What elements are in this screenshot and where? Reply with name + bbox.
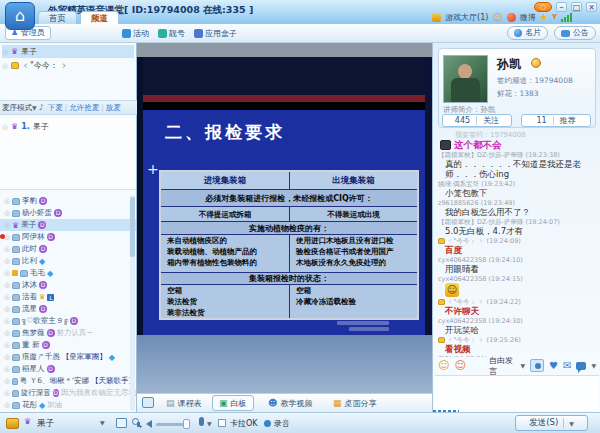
user-row[interactable]: ◎沐沐D — [0, 279, 136, 291]
tab-课程表[interactable]: ▤课程表 — [160, 395, 208, 411]
user-row[interactable]: ◎粤 Ｙ6、缃楸＊'安娜【天籁歌手】 — [0, 375, 136, 387]
chat-message: cyx406422358 (19:24:15)☺ — [438, 275, 598, 297]
crown-icon: ♛ — [11, 122, 18, 131]
record-icon[interactable] — [264, 420, 271, 427]
user-name: 果子 — [21, 220, 36, 230]
tab-教学视频[interactable]: ☻教学视频 — [262, 395, 318, 411]
chat-input-area[interactable] — [435, 375, 599, 411]
toolbar-center-items: 活动靓号应用盒子 — [122, 26, 237, 40]
d-badge-icon: D — [47, 233, 55, 241]
chat-message: 这个都不会 — [438, 140, 598, 150]
user-row[interactable]: ◎阿伊林D — [0, 231, 136, 243]
mic-link-1[interactable]: 允许抢麦 — [69, 103, 99, 113]
toolbar-item-应用盒子[interactable]: 应用盒子 — [194, 28, 237, 39]
popout-icon[interactable] — [116, 418, 127, 428]
user-row[interactable]: ◎焦梦薇D努力认真~ — [0, 327, 136, 339]
table-pair-row: 空箱装法检货装非法检货空箱冷藏冷冻适载检验 — [161, 284, 417, 318]
tab-首页[interactable]: 首页 — [38, 11, 77, 24]
user-row[interactable]: ◎╗♡歌室主９╔D — [0, 315, 136, 327]
mic-icon: ♪ — [39, 103, 44, 112]
karaoke-checkbox[interactable] — [218, 419, 226, 427]
user-row[interactable]: ◎重 新D — [0, 339, 136, 351]
mic-link-2[interactable]: 放麦 — [106, 103, 121, 113]
mic-mode-label[interactable]: 麦序模式 — [2, 103, 32, 113]
heart-icon[interactable]: ♥ — [549, 360, 558, 371]
chat-message-text: 用眼睛看 — [438, 264, 598, 274]
user-row[interactable]: ◎痕嫙ㄕ千愚【皇家軍團】◆ — [0, 351, 136, 363]
chevron-down-icon[interactable]: ▼ — [207, 420, 212, 427]
queue-row[interactable]: ◎♛1.果子 — [2, 120, 134, 133]
user-row[interactable]: ◎李豹D — [0, 195, 136, 207]
weibo-icon[interactable] — [507, 13, 516, 22]
mail-icon[interactable]: ✉ — [563, 360, 571, 371]
user-row[interactable]: ◎旋行深音D因为我喜欢确定无尽我 — [0, 387, 136, 399]
table-cell: 空箱冷藏冷冻适载检验 — [289, 285, 417, 318]
toolbar-item-靓号[interactable]: 靓号 — [158, 28, 185, 39]
user-row[interactable]: ◎比利◆ — [0, 255, 136, 267]
star-icon[interactable]: ★ — [540, 12, 548, 22]
minimize-button[interactable]: – — [556, 2, 567, 12]
chat-message: 【霜狼軍校】DZ-扶苏-萨華隆 (19:24:07)5.0无白板，4.7才有 — [438, 218, 598, 236]
send-button[interactable]: 发送(S) ▼ — [515, 415, 588, 431]
notice-button[interactable]: 公告 — [554, 26, 596, 40]
user-row[interactable]: ◎活着♛L — [0, 291, 136, 303]
microphone-icon[interactable] — [199, 417, 204, 426]
close-button[interactable]: × — [586, 2, 597, 12]
flowers-count: 鲜花：1383 — [497, 89, 539, 99]
toolbar-item-活动[interactable]: 活动 — [122, 28, 149, 39]
gift-box-icon[interactable] — [6, 418, 19, 429]
power-button[interactable]: ○ — [534, 2, 552, 12]
chevron-down-icon[interactable]: ▼ — [32, 104, 37, 111]
volume-slider-knob[interactable] — [183, 419, 190, 429]
medal-icon — [531, 58, 541, 68]
chevron-down-icon[interactable]: ▼ — [520, 362, 525, 369]
tab-白板[interactable]: ▣白板 — [212, 395, 254, 411]
follow-button[interactable]: 445 关注 — [442, 114, 512, 127]
user-name: 阿伊林 — [22, 232, 45, 242]
game-hall-link[interactable]: 游戏大厅(1) — [445, 12, 488, 23]
smiley-icon[interactable]: ☺ — [492, 12, 502, 23]
card-button[interactable]: 名片 — [507, 26, 548, 40]
chat-text: 真的．．．．．．不知道是我还是老师．．．伤心ing — [445, 159, 581, 179]
user-name: ╗♡歌室主９╔ — [22, 316, 68, 326]
card-label: 名片 — [525, 27, 541, 39]
slide-right-edge — [425, 57, 432, 335]
mic-user-row[interactable]: ◎♛果子 — [2, 45, 134, 58]
emoticon-icon[interactable]: ☺ — [438, 360, 449, 371]
user-row[interactable]: ◎此时D — [0, 243, 136, 255]
chevron-down-icon[interactable]: ▼ — [100, 419, 105, 426]
recommend-button[interactable]: 11 推荐 — [521, 114, 591, 127]
user-row[interactable]: ◎流星D — [0, 303, 136, 315]
d-badge-icon: D — [39, 197, 47, 205]
user-row[interactable]: ◎毛毛◆ — [0, 267, 136, 279]
tab-频道[interactable]: 频道 — [80, 11, 119, 24]
board-toggle-icon[interactable] — [142, 397, 154, 408]
chat-image-icon — [440, 140, 451, 150]
tab-桌面分享[interactable]: ▦桌面分享 — [327, 395, 383, 411]
chevron-down-icon[interactable]: ▼ — [591, 362, 596, 369]
notice-label: 公告 — [573, 27, 589, 39]
camera-icon[interactable] — [530, 359, 544, 372]
toolbar-item-label: 靓号 — [169, 28, 185, 39]
user-row[interactable]: ◎花彤◆加油 — [0, 399, 136, 411]
speak-mode-select[interactable]: 自由发言 — [489, 355, 515, 377]
user-row[interactable]: ◎稻星人D — [0, 363, 136, 375]
user-list: ◎李豹D◎杨小虾蛋D◎♛果子D◎阿伊林D◎此时D◎比利◆◎毛毛◆◎沐沐D◎活着♛… — [0, 195, 136, 412]
mic-user-row[interactable]: ◎﹤"今今： ﹥ — [2, 59, 134, 72]
emoticon2-icon[interactable]: ☺ — [454, 360, 465, 371]
signal-letter: Y — [552, 13, 557, 21]
table-cell-line: 不得提运或拆箱 — [199, 210, 252, 220]
speaker-icon[interactable] — [146, 420, 152, 428]
chat-bubble-icon[interactable] — [576, 362, 586, 370]
mic-link-0[interactable]: 下麦 — [48, 103, 63, 113]
weibo-link[interactable]: 微博 — [520, 12, 536, 23]
tab-label: 桌面分享 — [345, 398, 377, 409]
queue-number: 1. — [21, 122, 30, 131]
user-list-scrollbar[interactable] — [130, 195, 135, 411]
user-row[interactable]: ◎♛果子D — [0, 219, 136, 231]
chat-message-text: 小笼包教下 — [438, 188, 598, 198]
maximize-button[interactable]: □ — [571, 2, 582, 12]
home-logo-icon[interactable]: ⌂ — [5, 2, 35, 30]
user-row[interactable]: ◎杨小虾蛋D — [0, 207, 136, 219]
chat-text: 用眼睛看 — [445, 264, 479, 274]
